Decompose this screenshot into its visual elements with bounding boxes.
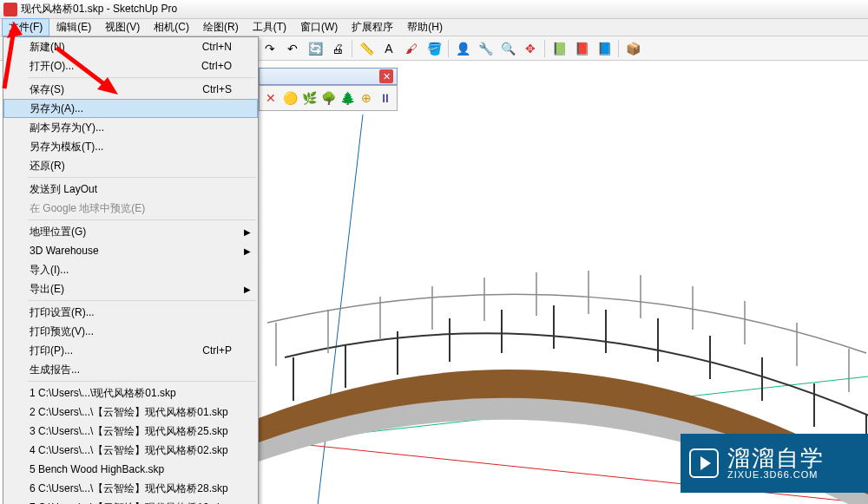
separator — [28, 300, 256, 301]
menu-save-template[interactable]: 另存为模板(T)... — [3, 137, 258, 156]
chevron-right-icon: ▶ — [244, 246, 251, 256]
chevron-right-icon: ▶ — [244, 227, 251, 237]
separator — [352, 40, 352, 57]
menu-recent-3[interactable]: 3 C:\Users\...\【云智绘】现代风格桥25.skp — [3, 422, 258, 441]
window-title: 现代风格桥01.skp - SketchUp Pro — [21, 2, 177, 16]
menu-3d-warehouse[interactable]: 3D Warehouse▶ — [3, 241, 258, 260]
paint-icon[interactable]: 🖌 — [401, 38, 422, 59]
bucket-icon[interactable]: 🪣 — [424, 38, 444, 59]
menu-recent-2[interactable]: 2 C:\Users\...\【云智绘】现代风格桥01.skp — [3, 403, 258, 422]
play-icon — [689, 448, 719, 478]
menu-extensions[interactable]: 扩展程序 — [345, 18, 400, 36]
plant3-icon[interactable]: 🌲 — [339, 88, 356, 108]
menu-print-setup[interactable]: 打印设置(R)... — [3, 303, 258, 322]
pan-icon[interactable]: ✥ — [520, 38, 541, 59]
tape-icon[interactable]: 📏 — [356, 38, 377, 59]
close-icon[interactable]: ✕ — [379, 69, 393, 83]
menu-send-layout[interactable]: 发送到 LayOut — [3, 180, 258, 199]
book2-icon[interactable]: 📘 — [594, 38, 615, 59]
floating-toolbar: ✕ 🟡 🌿 🌳 🌲 ⊕ ⏸ — [259, 85, 398, 111]
text-icon[interactable]: A — [378, 38, 399, 59]
menu-recent-6[interactable]: 6 C:\Users\...\【云智绘】现代风格桥28.skp — [3, 479, 258, 498]
separator — [618, 40, 619, 57]
zoom-icon[interactable]: 🔍 — [497, 38, 518, 59]
pause-icon[interactable]: ⏸ — [377, 88, 394, 108]
menu-recent-1[interactable]: 1 C:\Users\...\现代风格桥01.skp — [3, 383, 258, 403]
menu-revert[interactable]: 还原(R) — [3, 156, 258, 175]
menu-help[interactable]: 帮助(H) — [400, 18, 450, 36]
menu-print[interactable]: 打印(P)...Ctrl+P — [3, 341, 258, 360]
menu-recent-5[interactable]: 5 Bench Wood HighBack.skp — [3, 460, 258, 479]
menu-window[interactable]: 窗口(W) — [293, 18, 345, 36]
chevron-right-icon: ▶ — [244, 285, 251, 294]
svg-marker-27 — [7, 22, 23, 38]
menu-draw[interactable]: 绘图(R) — [196, 18, 246, 36]
title-bar: 现代风格桥01.skp - SketchUp Pro — [0, 0, 868, 19]
menu-recent-7[interactable]: 7 C:\Users\...\【云智绘】现代风格桥10.skp — [3, 498, 258, 504]
undo-icon[interactable]: ↷ — [260, 38, 280, 59]
layer-icon[interactable]: 📗 — [549, 38, 569, 59]
menu-geo[interactable]: 地理位置(G)▶ — [3, 222, 258, 241]
plugin-icon[interactable]: 📦 — [622, 38, 643, 59]
annotation-arrow-2 — [43, 39, 148, 108]
watermark-url: ZIXUE.3D66.COM — [727, 469, 825, 480]
separator — [544, 40, 545, 57]
separator — [28, 177, 256, 178]
menu-bar: 文件(F) 编辑(E) 视图(V) 相机(C) 绘图(R) 工具(T) 窗口(W… — [0, 19, 868, 36]
sun-icon[interactable]: 🟡 — [281, 88, 299, 108]
book1-icon[interactable]: 📕 — [571, 38, 592, 59]
look-icon[interactable]: 🔧 — [475, 38, 496, 59]
separator — [448, 40, 449, 57]
menu-print-preview[interactable]: 打印预览(V)... — [3, 322, 258, 341]
walk-icon[interactable]: 👤 — [452, 38, 473, 59]
target-icon[interactable]: ⊕ — [358, 88, 375, 108]
menu-import[interactable]: 导入(I)... — [3, 260, 258, 279]
menu-recent-4[interactable]: 4 C:\Users\...\【云智绘】现代风格桥02.skp — [3, 441, 258, 460]
refresh-icon[interactable]: 🔄 — [305, 38, 326, 59]
separator — [28, 381, 256, 382]
menu-google-earth: 在 Google 地球中预览(E) — [3, 199, 258, 218]
redo-icon[interactable]: ↶ — [282, 38, 303, 59]
watermark-title: 溜溜自学 — [727, 447, 825, 469]
plant1-icon[interactable]: 🌿 — [300, 88, 318, 108]
delete-icon[interactable]: ✕ — [262, 88, 279, 108]
watermark: 溜溜自学 ZIXUE.3D66.COM — [681, 434, 868, 493]
menu-report[interactable]: 生成报告... — [3, 360, 258, 379]
print-icon[interactable]: 🖨 — [327, 38, 348, 59]
menu-export[interactable]: 导出(E)▶ — [3, 279, 258, 298]
app-icon — [3, 3, 17, 16]
plant2-icon[interactable]: 🌳 — [319, 88, 337, 108]
menu-tools[interactable]: 工具(T) — [246, 18, 293, 36]
menu-camera[interactable]: 相机(C) — [147, 18, 196, 36]
menu-save-copy[interactable]: 副本另存为(Y)... — [3, 118, 258, 137]
floating-toolbar-header[interactable]: ✕ — [259, 68, 398, 85]
separator — [28, 219, 256, 220]
